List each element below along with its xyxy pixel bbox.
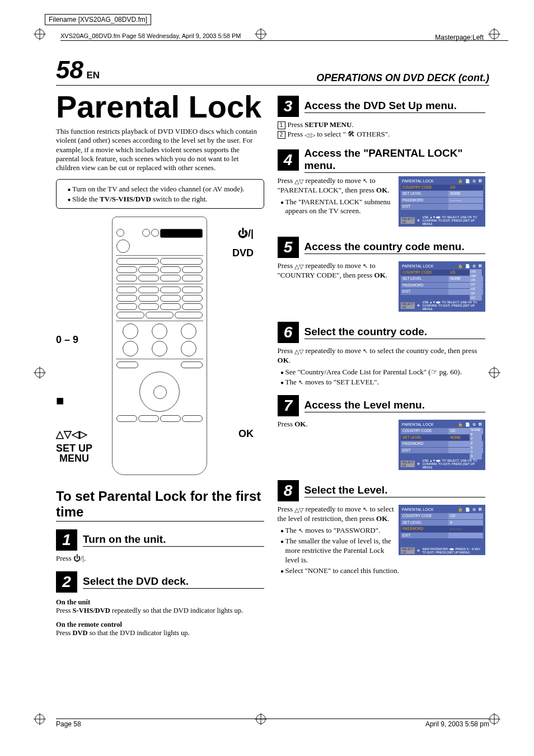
step-2: 2 Select the DVD deck. (56, 571, 264, 593)
osd-screenshot: PARENTAL LOCK🔒 📄 ⚙ 🛠COUNTRY CODEUSSET LE… (399, 176, 485, 227)
page-title: Parental Lock (56, 91, 264, 123)
crop-mark-icon (255, 28, 267, 43)
columns: Parental Lock This function restricts pl… (56, 88, 489, 637)
step-title: Access the Level menu. (305, 399, 486, 412)
step-3: 3 Access the DVD Set Up menu. (278, 96, 486, 117)
step-8: 8 Select the Level. (278, 480, 486, 501)
crop-mark-icon (34, 713, 46, 728)
filename-box: Filename [XVS20AG_08DVD.fm] (45, 14, 151, 25)
step-sub: On the remote control Press DVD so that … (56, 621, 264, 637)
page-number: 58 EN (56, 56, 100, 84)
step-number-icon: 5 (278, 237, 299, 258)
footer-date: April 9, 2003 5:58 pm (425, 720, 489, 728)
remote-diagram: ⏻/| DVD 0 – 9 ■ △▽◁▷ OK SET UPMENU (56, 217, 254, 474)
step-title: Select the country code. (305, 326, 486, 339)
fm-header: XVS20AG_08DVD.fm Page 58 Wednesday, Apri… (60, 32, 508, 41)
remote-label-arrows: △▽◁▷ (56, 428, 87, 440)
page-lang: EN (86, 70, 100, 81)
page-num-big: 58 (56, 56, 83, 83)
intro-text: This function restricts playback of DVD … (56, 127, 264, 172)
crop-mark-icon (488, 713, 500, 728)
bullet: The ↖ moves to "SET LEVEL". (285, 378, 486, 387)
step-body: PARENTAL LOCK🔒 📄 ⚙ 🛠COUNTRY CODEUSSET LE… (278, 176, 486, 229)
fm-header-text: XVS20AG_08DVD.fm Page 58 Wednesday, Apri… (60, 32, 241, 39)
section-header: OPERATIONS ON DVD DECK (cont.) (316, 72, 489, 84)
osd-screenshot: PARENTAL LOCK🔒 📄 ⚙ 🛠COUNTRY CODEUSSET LE… (399, 505, 485, 555)
remote-label-setup: SET UPMENU (56, 443, 92, 463)
step-7: 7 Access the Level menu. (278, 395, 486, 416)
step-title: Select the Level. (305, 484, 486, 497)
step-1: 1 Turn on the unit. (56, 529, 264, 551)
prep-box: Turn on the TV and select the video chan… (56, 179, 264, 209)
header-row: 58 EN OPERATIONS ON DVD DECK (cont.) (56, 56, 489, 86)
prep-item: Turn on the TV and select the video chan… (72, 184, 256, 194)
step-number-icon: 4 (278, 149, 299, 171)
right-column: 3 Access the DVD Set Up menu. 1Press SET… (278, 88, 486, 637)
crop-mark-icon (488, 28, 500, 43)
step-title: Select the DVD deck. (83, 575, 264, 589)
osd-screenshot: PARENTAL LOCK🔒 📄 ⚙ 🛠COUNTRY CODEUSSET LE… (399, 261, 485, 312)
remote-label-dvd: DVD (232, 247, 254, 259)
step-body: Press ⏻/|. (56, 554, 264, 564)
step-title: Access the country code menu. (305, 241, 486, 254)
osd-screenshot: PARENTAL LOCK🔒 📄 ⚙ 🛠COUNTRY CODEUSSET LE… (399, 420, 485, 470)
rule (60, 40, 508, 41)
crop-mark-icon (34, 367, 46, 382)
step-body: PARENTAL LOCK🔒 📄 ⚙ 🛠COUNTRY CODEUSSET LE… (278, 505, 486, 576)
footer-page: Page 58 (56, 720, 81, 728)
step-number-icon: 1 (56, 529, 77, 551)
remote-label-power: ⏻/| (238, 228, 254, 240)
page: Filename [XVS20AG_08DVD.fm] Masterpage:L… (0, 0, 534, 756)
step-number-icon: 6 (278, 322, 299, 343)
sub-label: On the remote control (56, 621, 122, 628)
remote-body-icon (112, 217, 207, 475)
bullet: See "Country/Area Code List for Parental… (285, 368, 486, 377)
step-sub: On the unit Press S-VHS/DVD repeatedly s… (56, 598, 264, 615)
step-body: PARENTAL LOCK🔒 📄 ⚙ 🛠COUNTRY CODEUSSET LE… (278, 261, 486, 314)
step-title: Access the DVD Set Up menu. (305, 100, 486, 113)
step-body: Press △▽ repeatedly to move ↖ to select … (278, 346, 486, 388)
left-column: Parental Lock This function restricts pl… (56, 88, 264, 637)
substep-num-icon: 1 (278, 121, 285, 129)
prep-item: Slide the TV/S-VHS/DVD switch to the rig… (72, 194, 256, 204)
step-number-icon: 3 (278, 96, 299, 117)
footer: Page 58 April 9, 2003 5:58 pm (56, 719, 489, 728)
remote-label-ok: OK (238, 428, 254, 440)
substep-num-icon: 2 (278, 131, 285, 139)
sub-label: On the unit (56, 598, 90, 606)
step-number-icon: 8 (278, 480, 299, 501)
step-6: 6 Select the country code. (278, 322, 486, 343)
step-number-icon: 7 (278, 395, 299, 416)
remote-label-numbers: 0 – 9 (56, 334, 78, 346)
step-title: Turn on the unit. (83, 533, 264, 547)
crop-mark-icon (488, 367, 500, 382)
remote-label-stop: ■ (56, 393, 64, 408)
crop-mark-icon (34, 28, 46, 43)
step-5: 5 Access the country code menu. (278, 237, 486, 258)
bullet: Select "NONE" to cancel this function. (285, 566, 486, 576)
step-title: Access the "PARENTAL LOCK" menu. (305, 147, 486, 173)
step-4: 4 Access the "PARENTAL LOCK" menu. (278, 147, 486, 173)
step-body: PARENTAL LOCK🔒 📄 ⚙ 🛠COUNTRY CODEUSSET LE… (278, 420, 486, 472)
procedure-title: To set Parental Lock for the first time (56, 489, 264, 522)
step-body: 1Press SETUP MENU. 2Press ◁ ▷ to select … (278, 120, 486, 139)
step-number-icon: 2 (56, 571, 77, 593)
